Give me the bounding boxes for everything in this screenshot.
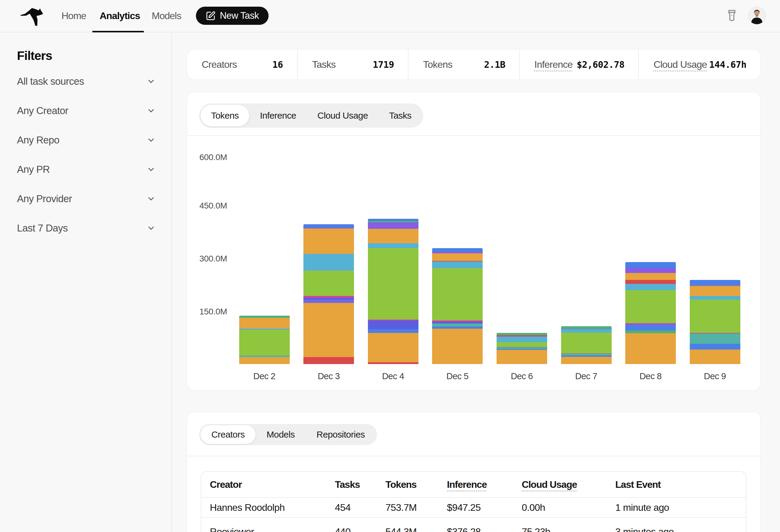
filter-last-7-days[interactable]: Last 7 Days (0, 218, 172, 238)
bar-segment-teal (432, 323, 483, 326)
column-header-tokens: Tokens (385, 479, 416, 490)
nav-item-home[interactable]: Home (61, 0, 86, 32)
bar-segment-green (432, 268, 483, 320)
bar-segment-sky (303, 254, 354, 271)
nav-item-analytics[interactable]: Analytics (100, 0, 140, 32)
bar-dec-5[interactable] (432, 248, 483, 364)
bar-segment-red (368, 362, 419, 364)
y-axis-label: 300.0M (190, 254, 227, 264)
bar-dec-4[interactable] (368, 219, 419, 364)
stat-value: $2,602.78 (577, 59, 624, 70)
filter-any-pr[interactable]: Any PR (0, 159, 172, 179)
filters-title: Filters (17, 49, 52, 63)
stat-label[interactable]: Cloud Usage (653, 59, 707, 70)
divider (187, 456, 760, 456)
filter-label: Last 7 Days (17, 222, 68, 234)
filter-any-repo[interactable]: Any Repo (0, 130, 172, 150)
bar-segment-orange (368, 333, 419, 362)
bar-segment-orange (239, 357, 290, 364)
bar-segment-blue (432, 248, 483, 252)
filter-label: Any Creator (17, 105, 68, 116)
table-entity-tabs: CreatorsModelsRepositories (199, 424, 377, 445)
bar-segment-orange (303, 303, 354, 357)
bar-segment-green (368, 248, 419, 320)
kangaroo-logo (17, 3, 50, 27)
navbar: HomeAnalyticsModels New Task (0, 0, 780, 33)
chart-card: TokensInferenceCloud UsageTasks 150.0M30… (187, 92, 761, 391)
bar-dec-9[interactable] (690, 280, 740, 364)
bar-segment-green (561, 332, 612, 354)
chart-tab-tokens[interactable]: Tokens (200, 105, 249, 126)
x-axis-label: Dec 9 (683, 371, 747, 381)
table-tab-repositories[interactable]: Repositories (305, 425, 376, 444)
stat-tasks: Tasks1719 (297, 50, 408, 79)
bar-segment-orange (690, 286, 740, 296)
bar-segment-sky (625, 284, 676, 290)
x-axis-label: Dec 8 (618, 371, 683, 381)
divider (187, 135, 760, 136)
table-cell: $947.25 (447, 502, 522, 513)
chart-metric-tabs: TokensInferenceCloud UsageTasks (199, 104, 423, 128)
bar-segment-green (497, 342, 547, 347)
bar-segment-green (239, 330, 290, 356)
bar-segment-orange (239, 318, 290, 329)
column-header-inference[interactable]: Inference (447, 479, 487, 490)
y-axis-label: 450.0M (190, 201, 227, 211)
edit-icon (206, 11, 215, 21)
bar-segment-sky (690, 296, 740, 300)
bar-dec-2[interactable] (239, 316, 290, 364)
column-header-tasks: Tasks (335, 479, 360, 490)
chevron-down-icon (147, 106, 156, 115)
bar-segment-blue (690, 344, 740, 350)
table-header-row: CreatorTasksTokensInferenceCloud UsageLa… (201, 472, 746, 497)
bar-segment-orange (368, 229, 419, 243)
table-tab-models[interactable]: Models (255, 425, 305, 444)
table-row[interactable]: Rooviewer440544.3M$376.2875.23h3 minutes… (201, 517, 746, 532)
table-row[interactable]: Hannes Roodolph454753.7M$947.250.00h1 mi… (201, 497, 746, 517)
chevron-down-icon (147, 136, 156, 145)
chart-tab-cloud-usage[interactable]: Cloud Usage (307, 105, 379, 126)
bar-segment-green (303, 271, 354, 296)
column-header-cloud-usage[interactable]: Cloud Usage (522, 479, 577, 490)
filter-any-creator[interactable]: Any Creator (0, 101, 172, 121)
bar-dec-7[interactable] (561, 326, 612, 364)
column-header-last-event: Last Event (615, 479, 661, 490)
bar-segment-blue (625, 262, 676, 268)
bar-segment-sky (561, 329, 612, 332)
filter-label: Any PR (17, 164, 50, 175)
chart-tab-tasks[interactable]: Tasks (379, 105, 422, 126)
stat-value: 1719 (373, 59, 394, 70)
filter-any-provider[interactable]: Any Provider (0, 189, 172, 209)
table-tab-creators[interactable]: Creators (200, 425, 255, 444)
new-task-label: New Task (220, 10, 259, 21)
bar-segment-blue (368, 219, 419, 221)
table-cell: Rooviewer (210, 526, 335, 532)
bar-dec-8[interactable] (625, 262, 676, 364)
stat-label[interactable]: Inference (534, 59, 573, 70)
chevron-down-icon (147, 77, 156, 86)
bar-segment-green (690, 300, 740, 332)
chart-tab-inference[interactable]: Inference (249, 105, 307, 126)
bar-segment-red (303, 357, 354, 364)
table-cell: $376.28 (447, 526, 522, 532)
table-cell: 0.00h (522, 502, 615, 513)
table-cell: 1 minute ago (615, 502, 746, 513)
bar-dec-3[interactable] (303, 224, 354, 364)
table-card: CreatorsModelsRepositories CreatorTasksT… (187, 412, 761, 532)
stat-label: Tokens (423, 59, 452, 70)
chevron-down-icon (147, 224, 156, 233)
bar-segment-red (625, 280, 676, 284)
avatar[interactable] (748, 7, 766, 24)
flashlight-icon[interactable] (726, 9, 738, 21)
stat-creators: Creators16 (187, 50, 297, 79)
bar-segment-orange (690, 350, 740, 364)
bar-segment-orange (432, 329, 483, 364)
nav-item-models[interactable]: Models (152, 0, 181, 32)
x-axis-label: Dec 5 (426, 371, 490, 381)
bar-segment-blue (432, 326, 483, 329)
bar-segment-orange (497, 350, 547, 364)
bar-dec-6[interactable] (497, 333, 547, 364)
filter-all-task-sources[interactable]: All task sources (0, 71, 172, 91)
new-task-button[interactable]: New Task (196, 7, 269, 25)
bar-segment-emerald (625, 330, 676, 333)
